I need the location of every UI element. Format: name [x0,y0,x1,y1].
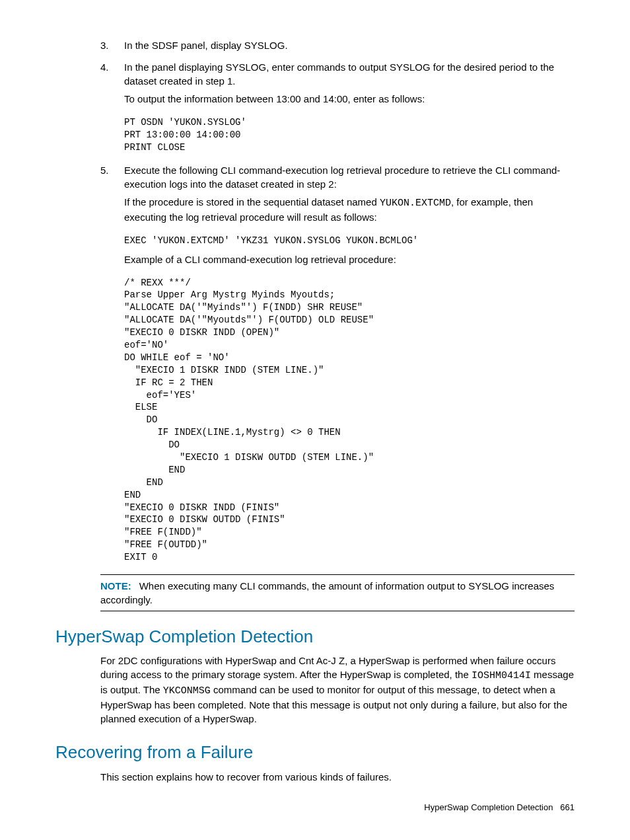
step-5: 5. Execute the following CLI command-exe… [100,163,575,569]
footer-text: HyperSwap Completion Detection [424,802,553,812]
step-text: In the panel displaying SYSLOG, enter co… [124,60,575,88]
step-3: 3. In the SDSF panel, display SYSLOG. [100,38,575,56]
section-heading: Recovering from a Failure [55,740,575,764]
code-block: EXEC 'YUKON.EXTCMD' 'YKZ31 YUKON.SYSLOG … [124,235,575,247]
step-number: 3. [100,38,124,56]
step-number: 5. [100,163,124,569]
page-number: 661 [560,802,575,812]
page-footer: HyperSwap Completion Detection 661 [424,802,575,814]
paragraph: This section explains how to recover fro… [100,770,575,784]
inline-code: YUKON.EXTCMD [380,198,451,209]
step-text: To output the information between 13:00 … [124,92,575,106]
code-block: PT OSDN 'YUKON.SYSLOG' PRT 13:00:00 14:0… [124,116,575,154]
step-text: Example of a CLI command-execution log r… [124,252,575,266]
step-text: In the SDSF panel, display SYSLOG. [124,38,575,52]
step-text: If the procedure is stored in the sequen… [124,195,575,224]
note-text: When executing many CLI commands, the am… [100,580,554,605]
inline-code: YKCONMSG [163,685,211,697]
inline-code: IOSHM0414I [472,670,531,681]
step-4: 4. In the panel displaying SYSLOG, enter… [100,60,575,159]
section-body: For 2DC configurations with HyperSwap an… [100,654,575,726]
code-block: /* REXX ***/ Parse Upper Arg Mystrg Myin… [124,277,575,564]
paragraph: For 2DC configurations with HyperSwap an… [100,654,575,726]
step-text: Execute the following CLI command-execut… [124,163,575,191]
numbered-list: 3. In the SDSF panel, display SYSLOG. 4.… [55,38,575,569]
note-block: NOTE:When executing many CLI commands, t… [100,574,575,611]
note-label: NOTE: [100,580,131,592]
step-number: 4. [100,60,124,159]
section-body: This section explains how to recover fro… [100,770,575,784]
section-heading: HyperSwap Completion Detection [55,625,575,648]
